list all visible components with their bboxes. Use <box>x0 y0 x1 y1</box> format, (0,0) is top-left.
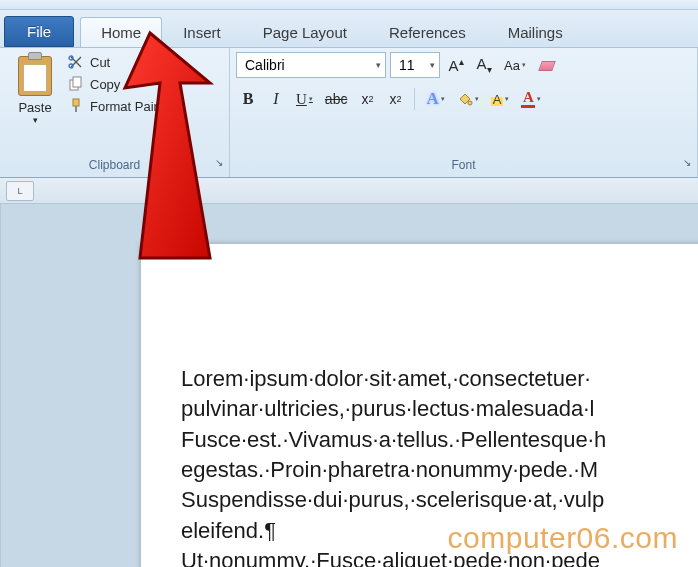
text-effects-icon: A <box>426 89 438 109</box>
highlight-icon: A <box>491 91 504 107</box>
format-painter-label: Format Painter <box>90 99 176 114</box>
font-name-combo[interactable]: Calibri ▾ <box>236 52 386 78</box>
cut-button[interactable]: Cut <box>68 54 176 70</box>
clipboard-icon <box>18 56 52 96</box>
shading-button[interactable]: ▾ <box>453 86 483 112</box>
format-painter-button[interactable]: Format Painter <box>68 98 176 114</box>
divider <box>414 88 415 110</box>
watermark-text: computer06.com <box>448 521 678 555</box>
page[interactable]: Lorem·ipsum·dolor·sit·amet,·consectetuer… <box>141 244 698 567</box>
nav-box[interactable]: L <box>6 181 34 201</box>
title-bar <box>0 0 698 10</box>
ribbon: Paste ▾ Cut Copy <box>0 48 698 178</box>
ruler-bar: L <box>0 178 698 204</box>
tab-insert[interactable]: Insert <box>162 17 242 47</box>
italic-button[interactable]: I <box>264 86 288 112</box>
paint-bucket-icon <box>457 91 473 107</box>
ribbon-tabs: File Home Insert Page Layout References … <box>0 10 698 48</box>
font-name-value: Calibri <box>245 57 285 73</box>
clear-formatting-button[interactable] <box>534 52 560 78</box>
scissors-icon <box>68 54 84 70</box>
font-size-combo[interactable]: 11 ▾ <box>390 52 440 78</box>
tab-references[interactable]: References <box>368 17 487 47</box>
copy-button[interactable]: Copy <box>68 76 176 92</box>
bold-button[interactable]: B <box>236 86 260 112</box>
group-font-label[interactable]: Font <box>230 155 697 177</box>
cut-label: Cut <box>90 55 110 70</box>
svg-rect-4 <box>73 99 79 106</box>
font-size-value: 11 <box>399 57 415 73</box>
paste-label: Paste <box>18 100 51 115</box>
svg-point-0 <box>69 64 73 68</box>
svg-rect-3 <box>73 77 81 87</box>
group-clipboard-label[interactable]: Clipboard <box>0 155 229 177</box>
strikethrough-button[interactable]: abc <box>321 86 352 112</box>
superscript-button[interactable]: x2 <box>383 86 407 112</box>
copy-icon <box>68 76 84 92</box>
svg-point-1 <box>69 56 73 60</box>
chevron-down-icon: ▾ <box>424 60 435 70</box>
underline-button[interactable]: U▾ <box>292 86 317 112</box>
tab-mailings[interactable]: Mailings <box>487 17 584 47</box>
paintbrush-icon <box>68 98 84 114</box>
chevron-down-icon: ▾ <box>370 60 381 70</box>
font-color-button[interactable]: A ▾ <box>517 86 545 112</box>
tab-page-layout[interactable]: Page Layout <box>242 17 368 47</box>
eraser-icon <box>538 58 556 72</box>
change-case-button[interactable]: Aa▾ <box>500 52 530 78</box>
group-font: Calibri ▾ 11 ▾ A▴ A▾ Aa▾ <box>230 48 698 177</box>
svg-rect-5 <box>75 106 77 112</box>
workspace: Lorem·ipsum·dolor·sit·amet,·consectetuer… <box>0 204 698 567</box>
subscript-button[interactable]: x2 <box>355 86 379 112</box>
tab-file[interactable]: File <box>4 16 74 47</box>
grow-font-button[interactable]: A▴ <box>444 52 468 78</box>
tab-home[interactable]: Home <box>80 17 162 47</box>
document-area[interactable]: Lorem·ipsum·dolor·sit·amet,·consectetuer… <box>1 204 698 567</box>
copy-label: Copy <box>90 77 120 92</box>
paste-button[interactable]: Paste ▾ <box>6 52 64 155</box>
text-effects-button[interactable]: A▾ <box>422 86 448 112</box>
group-clipboard: Paste ▾ Cut Copy <box>0 48 230 177</box>
highlight-button[interactable]: A ▾ <box>487 86 514 112</box>
svg-point-6 <box>468 101 472 105</box>
chevron-down-icon: ▾ <box>33 115 38 125</box>
font-color-icon: A <box>521 90 535 108</box>
shrink-font-button[interactable]: A▾ <box>472 52 496 78</box>
